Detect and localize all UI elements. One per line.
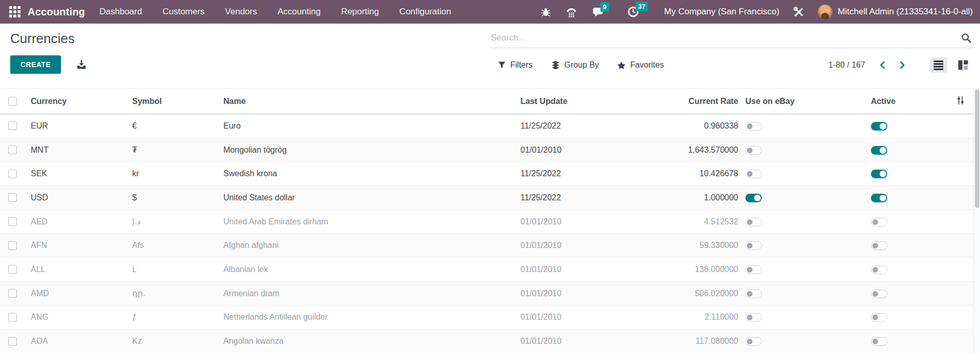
user-name: Mitchell Admin (21335341-16-0-all) (838, 7, 973, 17)
phone-button[interactable] (566, 7, 577, 17)
active-toggle[interactable] (871, 265, 887, 274)
active-toggle[interactable] (871, 146, 887, 155)
active-toggle[interactable] (871, 194, 887, 202)
name-cell: Euro (218, 114, 515, 138)
last-update-cell: 01/01/2010 (515, 329, 599, 353)
use-on-ebay-toggle[interactable] (745, 313, 762, 322)
user-menu[interactable]: Mitchell Admin (21335341-16-0-all) (818, 5, 973, 19)
name-cell: United States dollar (218, 186, 515, 210)
table-row[interactable]: AMD դր. Armenian dram 01/01/2010 506.020… (0, 281, 973, 305)
activities-button[interactable]: 37 (628, 6, 639, 17)
column-header-symbol[interactable]: Symbol (127, 89, 218, 114)
table-row[interactable]: SEK kr Swedish krona 11/25/2022 10.42667… (0, 162, 973, 186)
search-input[interactable] (491, 33, 961, 43)
table-settings-button[interactable] (948, 89, 973, 114)
kanban-view-icon (958, 60, 968, 70)
table-row[interactable]: ANG ƒ Netherlands Antillean guilder 01/0… (0, 305, 973, 329)
sliders-icon (956, 96, 965, 105)
last-update-cell: 01/01/2010 (515, 210, 599, 234)
export-button[interactable] (76, 59, 87, 70)
use-on-ebay-toggle[interactable] (745, 218, 762, 226)
column-header-current-rate[interactable]: Current Rate (599, 89, 740, 114)
menu-item-vendors[interactable]: Vendors (225, 7, 257, 17)
row-checkbox[interactable] (8, 146, 17, 154)
use-on-ebay-toggle[interactable] (745, 337, 762, 346)
list-view-button[interactable] (930, 57, 947, 73)
use-on-ebay-toggle[interactable] (745, 241, 762, 250)
top-navbar: Accounting Dashboard Customers Vendors A… (0, 0, 980, 24)
messages-button[interactable]: 9 (592, 7, 604, 17)
search-icon[interactable] (961, 33, 971, 43)
menu-item-reporting[interactable]: Reporting (341, 7, 379, 17)
column-header-name[interactable]: Name (218, 89, 515, 114)
column-header-active[interactable]: Active (866, 89, 948, 114)
active-toggle[interactable] (871, 313, 887, 322)
menu-item-accounting[interactable]: Accounting (278, 7, 321, 17)
row-checkbox[interactable] (8, 170, 17, 178)
active-toggle[interactable] (871, 337, 887, 346)
messages-count-badge: 9 (600, 2, 609, 12)
list-view-icon (933, 60, 944, 70)
active-toggle[interactable] (871, 218, 887, 226)
row-checkbox[interactable] (8, 217, 17, 226)
last-update-cell: 11/25/2022 (515, 162, 599, 186)
active-toggle[interactable] (871, 289, 887, 298)
column-header-use-on-ebay[interactable]: Use on eBay (740, 89, 866, 114)
currency-cell: ALL (26, 258, 127, 282)
current-rate-cell: 4.512532 (599, 210, 740, 234)
pager: 1-80 / 167 (828, 60, 906, 70)
row-checkbox[interactable] (8, 289, 17, 298)
search-bar (491, 28, 973, 48)
current-rate-cell: 59.330000 (599, 234, 740, 258)
table-row[interactable]: EUR € Euro 11/25/2022 0.960338 (0, 114, 973, 138)
row-checkbox[interactable] (8, 337, 17, 346)
use-on-ebay-toggle[interactable] (745, 265, 762, 274)
create-button[interactable]: CREATE (10, 55, 61, 74)
menu-item-customers[interactable]: Customers (162, 7, 204, 17)
use-on-ebay-toggle[interactable] (745, 170, 762, 178)
favorites-button[interactable]: Favorites (617, 60, 664, 70)
name-cell: Albanian lek (218, 258, 515, 282)
table-row[interactable]: USD $ United States dollar 11/25/2022 1.… (0, 186, 973, 210)
company-switcher[interactable]: My Company (San Francisco) (664, 7, 780, 17)
table-row[interactable]: AOA Kz Angolan kwanza 01/01/2010 117.080… (0, 329, 973, 353)
table-row[interactable]: AFN Afs Afghan afghani 01/01/2010 59.330… (0, 234, 973, 258)
last-update-cell: 01/01/2010 (515, 281, 599, 305)
pager-previous-button[interactable] (879, 61, 886, 69)
scrollbar-thumb[interactable] (975, 89, 979, 208)
group-by-button[interactable]: Group By (551, 60, 599, 70)
topbar-right: 9 37 My Company (San Francisco) (526, 5, 973, 19)
row-checkbox[interactable] (8, 313, 17, 322)
filters-button[interactable]: Filters (498, 60, 533, 70)
row-checkbox[interactable] (8, 121, 17, 130)
table-row[interactable]: ALL L Albanian lek 01/01/2010 138.000000 (0, 258, 973, 282)
use-on-ebay-toggle[interactable] (745, 122, 762, 131)
row-checkbox[interactable] (8, 265, 17, 274)
select-all-checkbox[interactable] (8, 97, 17, 106)
active-toggle[interactable] (871, 241, 887, 250)
active-toggle[interactable] (871, 122, 887, 131)
app-name[interactable]: Accounting (28, 6, 85, 18)
pager-next-button[interactable] (899, 61, 906, 69)
column-header-last-update[interactable]: Last Update (515, 89, 599, 114)
vertical-scrollbar[interactable] (973, 88, 980, 353)
menu-item-configuration[interactable]: Configuration (400, 7, 451, 17)
support-tools-button[interactable] (794, 7, 804, 17)
apps-menu-button[interactable] (6, 3, 24, 20)
column-header-currency[interactable]: Currency (26, 89, 127, 114)
currency-cell: USD (26, 186, 127, 210)
last-update-cell: 01/01/2010 (515, 138, 599, 162)
download-icon (76, 59, 87, 70)
table-row[interactable]: MNT ₮ Mongolian tögrög 01/01/2010 1,643.… (0, 138, 973, 162)
use-on-ebay-toggle[interactable] (745, 194, 762, 202)
row-checkbox[interactable] (8, 241, 17, 250)
last-update-cell: 11/25/2022 (515, 114, 599, 138)
use-on-ebay-toggle[interactable] (745, 146, 762, 155)
active-toggle[interactable] (871, 170, 887, 178)
debug-button[interactable] (541, 7, 551, 17)
table-row[interactable]: AED د.إ United Arab Emirates dirham 01/0… (0, 210, 973, 234)
menu-item-dashboard[interactable]: Dashboard (99, 7, 142, 17)
row-checkbox[interactable] (8, 193, 17, 202)
use-on-ebay-toggle[interactable] (745, 289, 762, 298)
kanban-view-button[interactable] (954, 57, 972, 73)
